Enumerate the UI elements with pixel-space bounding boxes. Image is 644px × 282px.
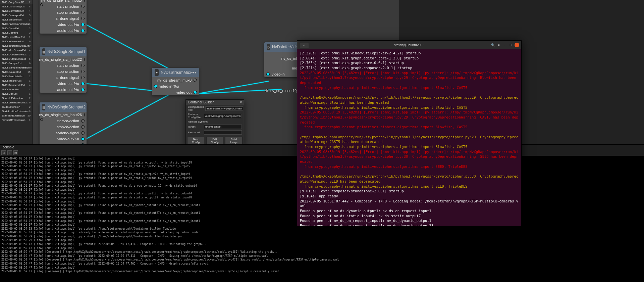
port-label: nv_ds_single_src_input22 — [39, 57, 82, 61]
port-label: sr-done-signal — [56, 76, 79, 80]
close-icon[interactable] — [515, 43, 519, 47]
remote-label: Remote System: — [188, 120, 211, 123]
port-label: nv_ds_single_src_input26 — [39, 113, 82, 117]
node-icon: ▦ — [42, 104, 45, 110]
port-out-icon[interactable] — [81, 137, 85, 141]
node-icon: ✦ — [155, 69, 159, 76]
port-label: video-in — [272, 72, 285, 76]
port-label: sr-done-signal — [56, 16, 79, 20]
node-icon: ▦ — [42, 48, 45, 55]
sidebar-item[interactable]: NvDsOutputSinkExt6 — [0, 57, 33, 61]
port-out-icon[interactable] — [81, 88, 85, 91]
build-image-button[interactable]: Build Image — [225, 137, 243, 144]
floating-port[interactable] — [40, 3, 45, 6]
collapse-icon[interactable]: ▾▾▾ — [191, 71, 196, 74]
port-label: start-sr-action — [57, 63, 79, 67]
minimize-icon[interactable]: − — [502, 43, 507, 47]
port-in-icon[interactable] — [266, 73, 270, 76]
search-icon[interactable]: 🔍 — [490, 43, 495, 47]
new-config-button[interactable]: New Config — [187, 137, 204, 144]
sidebar-item[interactable]: SerializationExtension8 — [0, 109, 33, 113]
sidebar-item[interactable]: NvDsSourceExt15 — [0, 70, 33, 74]
port-out-icon[interactable] — [81, 23, 85, 26]
terminal-output: [2.320s] [ext: omni.kit.window.filepicke… — [297, 49, 521, 226]
sidebar-item[interactable]: StandardExtension30 — [0, 113, 33, 118]
sidebar-item[interactable]: NvDsUdpExt1 — [0, 92, 33, 96]
port-out-icon[interactable] — [81, 143, 85, 144]
tool-btn-2[interactable]: ≡ — [7, 150, 12, 155]
node-title: NvDsSingleSrcInput2 — [47, 105, 86, 109]
terminal-title: stefan@ubuntu20: ~ — [394, 43, 425, 47]
sidebar-item[interactable]: NvDsFacialLandmarks6 — [0, 22, 33, 26]
node-src1[interactable]: ▦NvDsSingleSrcInput1 nv_ds_single_src_in… — [40, 47, 87, 93]
sidebar-item[interactable]: NvDsVisualizationExt6 — [0, 100, 33, 105]
sidebar-item[interactable]: TensorRTExtension1 — [0, 118, 33, 122]
terminal-window[interactable]: ⌂ stefan@ubuntu20: ~ 🔍 ≡ − □ [2.320s] [e… — [297, 40, 522, 227]
container-builder-dialog[interactable]: Container Builder× Configuration File: P… — [185, 99, 244, 144]
password-label: Password: — [188, 131, 203, 134]
port-label: stop-sr-action — [57, 10, 79, 14]
sidebar-item[interactable]: NvDsSampleExt6 — [0, 61, 33, 65]
sidebar-item[interactable]: NvDsDewarperExt5 — [0, 13, 33, 17]
port-label: audio-out-%u — [57, 143, 79, 144]
node-streammux[interactable]: ✦NvDsStreamMux▾▾▾ nv_ds_stream_mux0 vide… — [152, 68, 199, 95]
port-label: audio-out-%u — [57, 88, 79, 92]
close-icon[interactable]: × — [240, 100, 242, 104]
node-src0[interactable]: nv_ds_single_src_input0 start-sr-action … — [40, 0, 87, 34]
sidebar-item[interactable]: NvDsMuxDemuxExt4 — [0, 48, 33, 52]
sidebar-item[interactable]: NvDsTemplateExt2 — [0, 74, 33, 79]
port-out-icon[interactable] — [81, 29, 85, 32]
port-label: start-sr-action — [57, 4, 79, 8]
node-icon: ◎ — [267, 44, 270, 50]
port-label: video-out-%u — [57, 82, 79, 86]
port-out-icon[interactable] — [81, 82, 85, 85]
password-input[interactable] — [204, 130, 242, 135]
port-out-icon[interactable] — [194, 91, 197, 94]
port-label: video-out — [176, 90, 192, 94]
sidebar-item[interactable]: NvDsBodyPose2D2 — [0, 0, 33, 4]
sidebar-item[interactable]: CudaExtension2 — [0, 105, 33, 109]
config-file-input[interactable] — [205, 106, 243, 111]
dialog-title: Container Builder — [188, 100, 214, 104]
platform-file-input[interactable] — [204, 114, 242, 118]
port-label: sr-done-signal — [56, 131, 79, 135]
port-label: stop-sr-action — [57, 69, 79, 74]
node-title: NvDsStreamMux — [161, 70, 191, 75]
node-infer[interactable]: ◎NvDsInferVideo nv_ds_infe mod video-in — [264, 42, 301, 77]
port-label: nv_ds_single_src_input0 — [41, 0, 82, 2]
port-in-icon[interactable] — [154, 85, 157, 88]
sidebar-item[interactable]: NvDsOpticalFlowExt2 — [0, 52, 33, 57]
sidebar-item[interactable]: NvDsConverterExt4 — [0, 9, 33, 13]
edit-config-button[interactable]: Edit Config — [206, 137, 223, 144]
target-label: Target: — [188, 125, 203, 128]
port-label: nv_ds_stream_mux0 — [157, 78, 192, 82]
sidebar-item[interactable]: NvDsTranscodeExt4 — [0, 83, 33, 87]
sidebar-item[interactable]: NvDsGesture2 — [0, 31, 33, 35]
sidebar-item[interactable]: NvDsInferenceExt6 — [0, 39, 33, 44]
sidebar-item[interactable]: NvDsGazeExt3 — [0, 26, 33, 31]
maximize-icon[interactable]: □ — [508, 43, 513, 47]
sidebar-item[interactable]: NvDsTrackerExt1 — [0, 79, 33, 83]
port-label: audio-out-%u — [57, 29, 79, 33]
sidebar-item[interactable]: NvDsSampleModelsExt6 — [0, 65, 33, 70]
target-input[interactable] — [204, 125, 242, 129]
sidebar-item[interactable]: NvDsInferenceUtilsExt9 — [0, 44, 33, 48]
menu-icon[interactable]: ≡ — [496, 43, 501, 47]
sidebar-item[interactable]: SampleExtension2 — [0, 96, 33, 100]
node-title: NvDsInferVideo — [272, 45, 300, 49]
floating-port[interactable] — [40, 118, 45, 121]
port-label: video-out-%u — [57, 22, 79, 27]
sidebar-item[interactable]: NvDsCloudMsgExt8 — [0, 4, 33, 9]
port-label: stop-sr-action — [57, 125, 79, 129]
node-title: NvDsSingleSrcInput1 — [47, 49, 86, 54]
platform-file-label: Platform Config File: — [188, 113, 203, 119]
config-file-label: Configuration File: — [188, 105, 204, 111]
node-src2[interactable]: ▦NvDsSingleSrcInput2 nv_ds_single_src_in… — [40, 102, 87, 144]
tool-btn-3[interactable]: ▤ — [13, 150, 18, 155]
extension-sidebar[interactable]: NvDsBodyPose2D2NvDsCloudMsgExt8NvDsConve… — [0, 0, 33, 144]
tool-btn-1[interactable]: □ — [1, 150, 6, 155]
sidebar-item[interactable]: NvDsHeartRateExt1 — [0, 35, 33, 39]
sidebar-item[interactable]: NvDsEmotionExt1 — [0, 17, 33, 22]
terminal-tab[interactable]: ⌂ — [300, 43, 309, 48]
sidebar-item[interactable]: NvDsTritonExt1 — [0, 87, 33, 92]
